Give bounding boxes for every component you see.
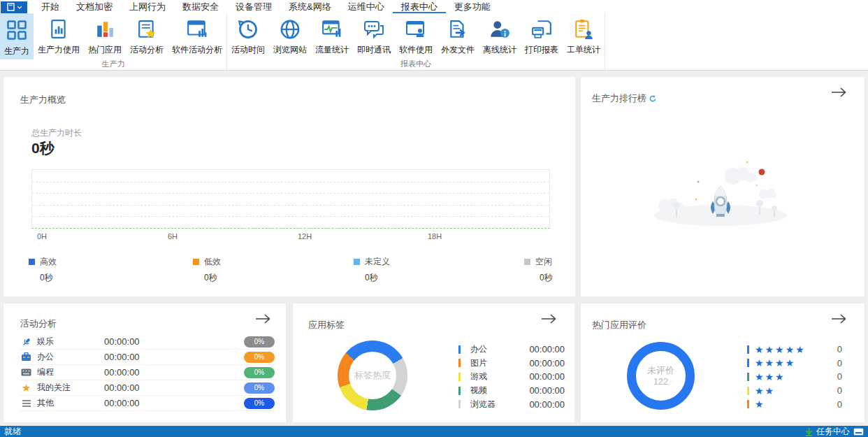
x-tick: 0H [37, 232, 47, 241]
panel-productivity-ranking: 生产力排行榜 [580, 76, 865, 297]
rocket-icon [711, 186, 730, 217]
activity-time: 00:00:00 [104, 398, 188, 408]
panel-hot-app-ratings: 热门应用评价 未评价 122 ★★★★★ 0 ★★★★ 0 ★★★ 0 [580, 303, 865, 423]
stars-1-icon: ★ [755, 399, 765, 410]
total-productivity-value: 0秒 [31, 138, 55, 158]
menu-tab-more[interactable]: 更多功能 [446, 0, 499, 13]
stars-5-icon: ★★★★★ [755, 344, 806, 355]
panel-arrow-button[interactable] [541, 313, 556, 324]
activity-label: 娱乐 [37, 336, 104, 348]
rating-legend: ★★★★★ 0 ★★★★ 0 ★★★ 0 ★★ 0 ★ 0 [747, 343, 842, 411]
stars-3-icon: ★★★ [755, 371, 786, 382]
clipboard-user-icon [573, 19, 594, 40]
ribbon-item-productivity-usage[interactable]: 生产力使用 [34, 13, 84, 59]
ribbon-group-label: 报表中心 [227, 59, 605, 70]
star-icon: ★ [20, 382, 32, 393]
tag-donut-chart: 标签热度 [338, 341, 407, 410]
ribbon-item-offline-stats[interactable]: 离线统计 [479, 13, 521, 59]
menu-tab-start[interactable]: 开始 [33, 0, 68, 13]
microphone-icon [20, 336, 32, 347]
stars-4-icon: ★★★★ [755, 357, 795, 368]
ribbon-item-label: 软件使用 [399, 44, 433, 56]
rating-ring-chart: 未评价 122 [627, 342, 695, 410]
dashboard: 生产力概览 总生产力时长 0秒 0H 6H 12H 18H 高效 0秒 低效 0 [0, 71, 868, 426]
percent-badge: 0% [244, 382, 275, 394]
activity-time: 00:00:00 [104, 336, 188, 347]
panel-title: 热门应用评价 [592, 319, 646, 331]
menu-lines-icon [20, 398, 32, 408]
rating-row-5: ★★★★★ 0 [747, 343, 842, 357]
activity-row-programming: 编程 00:00:00 0% [20, 365, 275, 380]
chart-legend: 高效 0秒 低效 0秒 未定义 0秒 空闲 0秒 [3, 256, 575, 288]
legend-item-undefined: 未定义 0秒 [354, 256, 390, 284]
download-arrow-icon[interactable] [805, 428, 813, 436]
menu-bar: 开始 文档加密 上网行为 数据安全 设备管理 系统&网络 运维中心 报表中心 更… [0, 0, 868, 13]
x-axis-labels: 0H 6H 12H 18H [31, 232, 550, 242]
ribbon-item-label: 打印报表 [525, 44, 558, 56]
ribbon-item-print-report[interactable]: 打印报表 [521, 13, 563, 59]
ribbon-item-browse-websites[interactable]: 浏览网站 [269, 13, 311, 59]
ribbon-item-software-usage[interactable]: 软件使用 [395, 13, 437, 59]
menu-tab-report-center[interactable]: 报表中心 [393, 0, 446, 13]
doc-arrow-icon [448, 20, 468, 39]
menu-tab-data-security[interactable]: 数据安全 [174, 0, 227, 13]
panel-arrow-button[interactable] [255, 313, 270, 324]
printer-icon [531, 20, 552, 39]
ribbon-item-activity-time[interactable]: 活动时间 [227, 13, 269, 59]
ribbon-group-report-center: 活动时间 浏览网站 流量统计 [227, 13, 605, 70]
activity-time: 00:00:00 [104, 352, 188, 362]
user-info-icon [489, 19, 510, 40]
panel-app-tags: 应用标签 标签热度 办公 00:00:00 图片 00:00:00 游戏 00:… [292, 303, 575, 423]
activity-row-entertainment: 娱乐 00:00:00 0% [20, 334, 275, 350]
panel-arrow-button[interactable] [831, 313, 846, 324]
ribbon: 生产力 生产力使用 热门应用 [0, 13, 868, 71]
doc-chart-icon [50, 20, 68, 39]
empty-state-rocket-illustration [581, 77, 866, 298]
ribbon-item-instant-messaging[interactable]: 即时通讯 [353, 13, 395, 59]
chevron-down-icon [17, 6, 22, 9]
activity-time: 00:00:00 [104, 367, 188, 378]
activity-row-other: 其他 00:00:00 0% [20, 396, 275, 411]
x-tick: 12H [298, 232, 312, 241]
productivity-timeline-chart [31, 169, 550, 229]
ribbon-item-label: 热门应用 [88, 44, 122, 56]
ribbon-item-label: 浏览网站 [273, 44, 307, 56]
keyboard-icon [20, 367, 32, 378]
ribbon-item-traffic-stats[interactable]: 流量统计 [311, 13, 353, 59]
ribbon-item-ticket-stats[interactable]: 工单统计 [563, 13, 605, 59]
tag-legend-row: 图片 00:00:00 [458, 357, 565, 371]
total-productivity-label: 总生产力时长 [31, 127, 82, 139]
ribbon-item-software-activity-analysis[interactable]: 软件活动分析 [168, 13, 226, 59]
percent-badge: 0% [244, 367, 275, 378]
legend-item-inefficient: 低效 0秒 [193, 256, 221, 284]
ribbon-item-label: 生产力使用 [38, 44, 80, 56]
rating-row-2: ★★ 0 [747, 384, 842, 398]
monitor-icon[interactable] [853, 428, 864, 436]
app-menu-button[interactable] [1, 1, 27, 13]
percent-badge: 0% [244, 398, 275, 409]
percent-badge: 0% [244, 352, 275, 363]
ribbon-item-label: 流量统计 [315, 44, 349, 56]
ribbon-item-productivity[interactable]: 生产力 [0, 13, 34, 59]
activity-list: 娱乐 00:00:00 0% 办公 00:00:00 0% [20, 334, 275, 411]
activity-row-my-focus: ★ 我的关注 00:00:00 0% [20, 380, 275, 396]
ribbon-item-outgoing-files[interactable]: 外发文件 [437, 13, 479, 59]
window-user-icon [405, 20, 426, 39]
menu-tab-web-behavior[interactable]: 上网行为 [121, 0, 174, 13]
menu-tab-system-network[interactable]: 系统&网络 [280, 0, 340, 13]
task-center-button[interactable]: 任务中心 [816, 426, 850, 437]
grid-icon [6, 20, 27, 41]
ribbon-item-activity-analysis[interactable]: 活动分析 [126, 13, 168, 59]
tag-legend: 办公 00:00:00 图片 00:00:00 游戏 00:00:00 视频 0… [458, 343, 565, 411]
ribbon-item-label: 即时通讯 [357, 44, 391, 56]
panel-title: 生产力概览 [20, 94, 66, 106]
tag-legend-row: 视频 00:00:00 [458, 384, 565, 398]
legend-item-idle: 空闲 0秒 [524, 256, 553, 284]
ribbon-item-hot-apps[interactable]: 热门应用 [84, 13, 126, 59]
menu-tab-doc-encrypt[interactable]: 文档加密 [68, 0, 121, 13]
ribbon-item-label: 外发文件 [441, 44, 475, 56]
menu-tab-device-mgmt[interactable]: 设备管理 [227, 0, 280, 13]
rating-row-1: ★ 0 [747, 397, 842, 411]
menu-tab-ops-center[interactable]: 运维中心 [340, 0, 393, 13]
status-bar: 就绪 任务中心 [0, 426, 868, 437]
